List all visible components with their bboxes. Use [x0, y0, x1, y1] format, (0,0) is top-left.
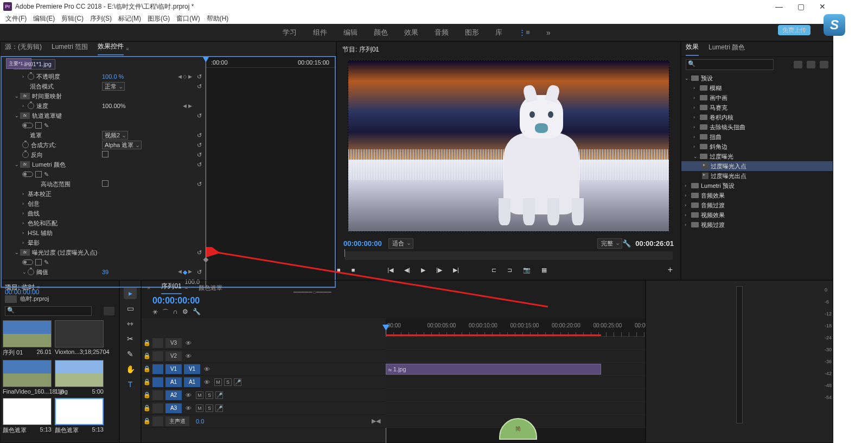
goto-out-button[interactable]: ▶|: [453, 267, 459, 274]
timeline-clip[interactable]: fx 1.jpg: [386, 364, 601, 375]
step-forward-button[interactable]: |▶: [436, 267, 442, 274]
lift-button[interactable]: ⊏: [492, 267, 496, 274]
master-clip-name[interactable]: 主要*1.jpg: [6, 58, 31, 69]
close-button[interactable]: ✕: [812, 0, 833, 13]
bin-item[interactable]: 1.jpg5:00: [55, 360, 104, 395]
reverse-checkbox[interactable]: [102, 151, 108, 157]
add-button[interactable]: +: [668, 265, 673, 275]
bin-item[interactable]: 序列 0126.01: [3, 320, 52, 357]
tab-lumetri-scopes[interactable]: Lumetri 范围: [52, 42, 88, 55]
tab-source[interactable]: 源：(无剪辑): [5, 42, 42, 55]
track-v3[interactable]: 🔒V3👁: [142, 337, 386, 350]
track-a2[interactable]: 🔒A2👁MS🎤: [142, 389, 386, 402]
preset-solarize-out[interactable]: 过度曝光出点: [681, 171, 833, 181]
mark-out-button[interactable]: ■: [352, 267, 355, 273]
filter-icon-3[interactable]: [820, 61, 828, 68]
composite-dropdown[interactable]: Alpha 遮罩: [102, 141, 142, 149]
wrench-icon[interactable]: 🔧: [193, 308, 201, 317]
timeline-tab-sequence[interactable]: 序列01: [161, 282, 181, 294]
preset-solarize-in[interactable]: 过度曝光入点: [681, 161, 833, 171]
selection-tool[interactable]: ▸: [124, 287, 137, 299]
export-frame-button[interactable]: 📷: [523, 267, 531, 274]
menu-window[interactable]: 窗口(W): [174, 14, 202, 23]
menu-help[interactable]: 帮助(H): [205, 14, 231, 23]
panel-menu-icon[interactable]: ≡: [126, 46, 129, 52]
snap-icon[interactable]: ⚹: [152, 308, 158, 317]
eyedropper-icon[interactable]: ✎: [44, 122, 49, 129]
goto-in-button[interactable]: |◀: [387, 267, 393, 274]
workspace-overflow-icon[interactable]: »: [546, 28, 551, 37]
workspace-effects[interactable]: 效果: [404, 28, 418, 37]
bin-item[interactable]: 颜色遮罩5:13: [3, 398, 52, 434]
timeline-tab-matte[interactable]: 颜色遮罩: [199, 284, 222, 292]
sogou-icon[interactable]: S: [824, 14, 845, 36]
track-a3[interactable]: 🔒A3👁MS🎤: [142, 402, 386, 415]
timeline-ruler[interactable]: :00:00 00:00:05:00 00:00:10:00 00:00:15:…: [386, 318, 645, 337]
program-video-frame[interactable]: [348, 60, 669, 232]
timeline-current-time[interactable]: 00:00:00:00: [147, 295, 206, 307]
marker-icon[interactable]: ∩: [173, 308, 178, 317]
keyframe-playhead[interactable]: [206, 57, 206, 287]
bin-item[interactable]: FinalVideo_160...18.18: [3, 360, 52, 395]
link-icon[interactable]: ⌒: [162, 308, 169, 317]
tab-lumetri-color[interactable]: Lumetri 颜色: [709, 43, 745, 55]
matte-dropdown[interactable]: 视频2: [102, 131, 128, 140]
program-current-time[interactable]: 00:00:00:00: [343, 239, 382, 248]
bin-item[interactable]: 颜色遮罩5:13: [55, 398, 104, 434]
mark-in-button[interactable]: ■: [337, 267, 341, 273]
quality-dropdown[interactable]: 完整: [597, 238, 622, 249]
tab-effect-controls[interactable]: 效果控件: [98, 42, 124, 55]
workspace-assembly[interactable]: 组件: [313, 28, 327, 37]
track-v2[interactable]: 🔒V2👁: [142, 350, 386, 363]
effect-keyframe-timeline[interactable]: :00:0000:00:15:00: [205, 57, 335, 287]
reset-icon[interactable]: ↺: [197, 73, 202, 80]
bin-item[interactable]: Vioxton...3;18;25704: [55, 320, 104, 357]
workspace-libraries[interactable]: 库: [495, 28, 502, 37]
filter-icon-2[interactable]: [807, 61, 815, 68]
minimize-button[interactable]: —: [768, 0, 790, 13]
settings-wrench-icon[interactable]: 🔧: [622, 239, 631, 248]
tab-effects[interactable]: 效果: [686, 42, 699, 56]
workspace-color[interactable]: 颜色: [374, 28, 388, 37]
workspace-graphics[interactable]: 图形: [465, 28, 479, 37]
cloud-upload-button[interactable]: 免费上传: [778, 25, 810, 35]
maximize-button[interactable]: ▢: [790, 0, 812, 13]
tree-presets[interactable]: ⌄预设: [681, 73, 833, 83]
step-back-button[interactable]: ◀|: [404, 267, 410, 274]
program-scrubber[interactable]: [344, 251, 673, 260]
play-button[interactable]: ▶: [421, 267, 425, 274]
workspace-editing[interactable]: 编辑: [343, 28, 358, 37]
track-master[interactable]: 🔒主声道0.0▶◀: [142, 415, 386, 428]
zoom-dropdown[interactable]: 适合: [388, 238, 413, 249]
stopwatch-icon[interactable]: [28, 73, 34, 80]
menu-file[interactable]: 文件(F): [3, 14, 29, 23]
fx-badge-icon[interactable]: fx: [20, 93, 30, 99]
workspace-learn[interactable]: 学习: [283, 28, 297, 37]
work-area-bar[interactable]: [386, 334, 601, 336]
type-tool[interactable]: T: [124, 378, 137, 390]
menu-graphics[interactable]: 图形(G): [145, 14, 172, 23]
track-select-tool[interactable]: ▭: [124, 302, 137, 314]
ripple-tool[interactable]: ⇿: [124, 318, 137, 330]
menu-sequence[interactable]: 序列(S): [88, 14, 114, 23]
panel-menu-icon[interactable]: ≡: [375, 47, 378, 52]
comparison-button[interactable]: ▦: [541, 267, 547, 274]
effects-search-input[interactable]: [686, 59, 774, 70]
twirl-icon[interactable]: [22, 74, 28, 79]
threshold-value[interactable]: 39: [102, 269, 108, 275]
new-bin-icon[interactable]: [104, 307, 114, 315]
hand-tool[interactable]: ✋: [124, 363, 137, 375]
razor-tool[interactable]: ✂: [124, 333, 137, 345]
extract-button[interactable]: ⊐: [507, 267, 512, 274]
menu-edit[interactable]: 编辑(E): [31, 14, 57, 23]
workspace-custom-icon[interactable]: ⋮≡: [519, 28, 530, 36]
menu-marker[interactable]: 标记(M): [116, 14, 143, 23]
mask-toggle[interactable]: [22, 123, 33, 128]
track-v1[interactable]: 🔒V1V1👁: [142, 363, 386, 376]
settings-icon[interactable]: ⚙: [182, 308, 188, 317]
track-a1[interactable]: 🔒A1A1👁MS🎤: [142, 376, 386, 389]
filter-icon[interactable]: [794, 61, 802, 68]
workspace-audio[interactable]: 音频: [435, 28, 449, 37]
project-search-input[interactable]: [5, 306, 92, 316]
menu-clip[interactable]: 剪辑(C): [59, 14, 86, 23]
